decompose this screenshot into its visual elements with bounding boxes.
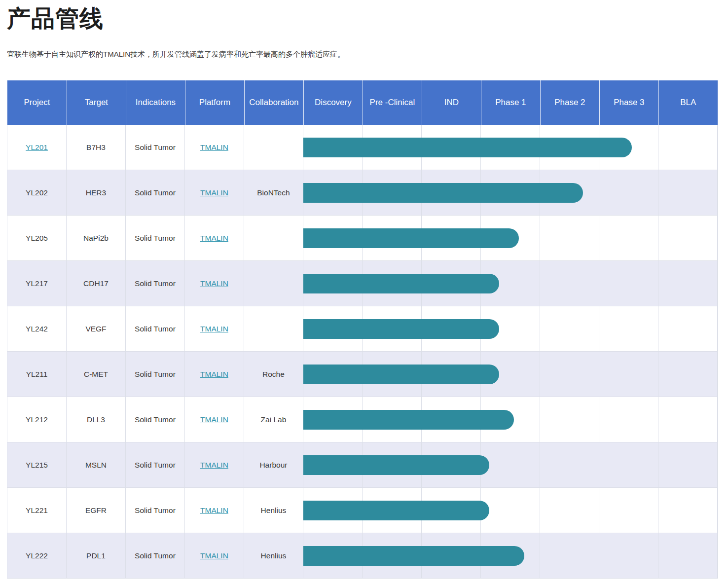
stage-cell [658, 261, 718, 306]
platform-link[interactable]: TMALIN [200, 188, 228, 197]
cell-project: YL201 [7, 125, 67, 170]
cell-platform: TMALIN [185, 488, 244, 533]
cell-project-text: YL205 [26, 234, 48, 243]
cell-project-text: YL242 [26, 325, 48, 333]
cell-target-text: DLL3 [87, 415, 105, 424]
cell-collaboration [244, 261, 303, 306]
stage-cell [658, 125, 718, 170]
pipeline-progress-bar [303, 228, 519, 248]
cell-target-text: NaPi2b [83, 234, 109, 243]
cell-collaboration-text: Roche [262, 370, 285, 379]
cell-project: YL217 [7, 261, 67, 306]
cell-platform: TMALIN [185, 170, 244, 215]
cell-indications: Solid Tumor [126, 170, 185, 215]
stage-cell [658, 306, 718, 351]
cell-indications-text: Solid Tumor [135, 188, 176, 197]
cell-project: YL212 [7, 397, 67, 442]
cell-target: PDL1 [67, 533, 126, 578]
stage-cell [599, 170, 658, 215]
platform-link[interactable]: TMALIN [200, 325, 228, 333]
pipeline-progress-bar [303, 365, 499, 384]
platform-link[interactable]: TMALIN [200, 234, 228, 243]
stage-area [303, 306, 718, 351]
stage-cell [540, 397, 599, 442]
stage-cell [481, 442, 540, 487]
platform-link[interactable]: TMALIN [200, 415, 228, 424]
cell-collaboration-text: Harbour [259, 461, 287, 470]
table-row: YL222PDL1Solid TumorTMALINHenlius [7, 533, 718, 578]
cell-indications-text: Solid Tumor [135, 551, 176, 560]
cell-target: MSLN [67, 442, 126, 487]
project-link[interactable]: YL201 [26, 143, 48, 152]
cell-target: DLL3 [67, 397, 126, 442]
column-header-bla: BLA [658, 80, 718, 125]
stage-cell [658, 170, 718, 215]
cell-target: EGFR [67, 488, 126, 533]
column-header-phase-2: Phase 2 [540, 80, 599, 125]
page-subtitle: 宜联生物基于自主知识产权的TMALIN技术，所开发管线涵盖了发病率和死亡率最高的… [7, 49, 718, 59]
column-header-phase-1: Phase 1 [481, 80, 540, 125]
pipeline-progress-bar [303, 138, 632, 157]
stage-cell [540, 533, 599, 578]
cell-platform: TMALIN [185, 442, 244, 487]
cell-target-text: MSLN [85, 461, 107, 470]
column-header-indications: Indications [126, 80, 185, 125]
stage-cell [540, 216, 599, 260]
platform-link[interactable]: TMALIN [200, 143, 228, 152]
stage-cell [599, 397, 658, 442]
cell-collaboration [244, 306, 303, 351]
platform-link[interactable]: TMALIN [200, 370, 228, 379]
cell-indications: Solid Tumor [126, 397, 185, 442]
cell-collaboration: Henlius [244, 488, 303, 533]
cell-project-text: YL211 [26, 370, 48, 379]
cell-project-text: YL221 [26, 506, 48, 515]
stage-cell [599, 352, 658, 397]
cell-project: YL242 [7, 306, 67, 351]
cell-indications: Solid Tumor [126, 442, 185, 487]
cell-collaboration: Henlius [244, 533, 303, 578]
column-header-discovery: Discovery [303, 80, 363, 125]
cell-collaboration: Roche [244, 352, 303, 397]
cell-platform: TMALIN [185, 533, 244, 578]
table-row: YL242VEGFSolid TumorTMALIN [7, 306, 718, 351]
column-header-phase-3: Phase 3 [599, 80, 658, 125]
stage-cell [481, 488, 540, 533]
cell-indications-text: Solid Tumor [135, 461, 176, 470]
stage-cell [599, 442, 658, 487]
cell-indications: Solid Tumor [126, 261, 185, 306]
cell-target-text: VEGF [85, 325, 106, 333]
stage-cell [658, 533, 718, 578]
stage-cell [599, 533, 658, 578]
stage-cell [540, 261, 599, 306]
stage-cell [540, 442, 599, 487]
stage-area [303, 442, 718, 487]
platform-link[interactable]: TMALIN [200, 461, 228, 470]
cell-collaboration: BioNTech [244, 170, 303, 215]
cell-target-text: B7H3 [86, 143, 106, 152]
stage-area [303, 397, 718, 442]
cell-target: B7H3 [67, 125, 126, 170]
stage-cell [599, 261, 658, 306]
pipeline-progress-bar [303, 183, 583, 203]
pipeline-progress-bar [303, 546, 525, 566]
cell-indications-text: Solid Tumor [135, 415, 176, 424]
stage-cell [658, 488, 718, 533]
cell-platform: TMALIN [185, 306, 244, 351]
platform-link[interactable]: TMALIN [200, 506, 228, 515]
platform-link[interactable]: TMALIN [200, 551, 228, 560]
cell-project: YL211 [7, 352, 67, 397]
cell-indications-text: Solid Tumor [135, 234, 176, 243]
table-header-row: ProjectTargetIndicationsPlatformCollabor… [7, 80, 718, 125]
cell-indications: Solid Tumor [126, 306, 185, 351]
stage-cell [599, 488, 658, 533]
cell-indications-text: Solid Tumor [135, 370, 176, 379]
cell-target-text: HER3 [86, 188, 106, 197]
pipeline-table: ProjectTargetIndicationsPlatformCollabor… [7, 80, 718, 579]
cell-target: CDH17 [67, 261, 126, 306]
stage-area [303, 216, 718, 260]
column-header-platform: Platform [185, 80, 244, 125]
cell-target-text: PDL1 [86, 551, 106, 560]
platform-link[interactable]: TMALIN [200, 279, 228, 288]
cell-project-text: YL202 [26, 188, 48, 197]
table-row: YL211C-METSolid TumorTMALINRoche [7, 351, 718, 397]
